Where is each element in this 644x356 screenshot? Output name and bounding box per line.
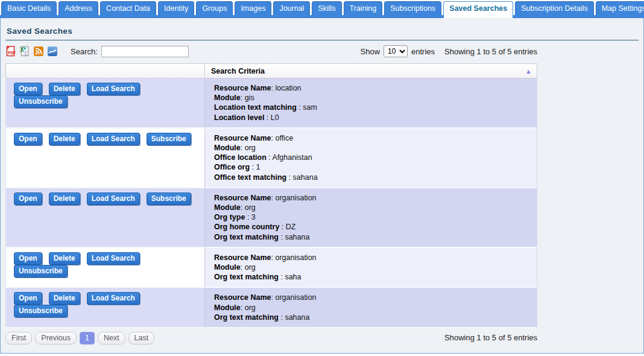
criteria-line: Org text matching : saha (214, 272, 531, 282)
row-actions-cell: OpenDeleteLoad SearchUnsubscribe (5, 78, 204, 129)
row-actions-cell: OpenDeleteLoad SearchSubscribe (5, 129, 204, 188)
row-actions-cell: OpenDeleteLoad SearchUnsubscribe (5, 288, 204, 328)
tab-bar: Basic DetailsAddressContact DataIdentity… (0, 0, 644, 15)
criteria-line: Location level : L0 (214, 113, 531, 122)
criteria-line: Org type : 3 (214, 212, 531, 222)
criteria-line: Org home country : DZ (214, 222, 531, 232)
row-actions-cell: OpenDeleteLoad SearchSubscribe (5, 188, 204, 248)
open-button[interactable]: Open (14, 252, 42, 265)
saved-searches-panel: Saved Searches PDF X (0, 18, 644, 354)
page-length-select[interactable]: 10 (384, 45, 408, 57)
rss-feed-icon[interactable] (33, 46, 44, 57)
criteria-line: Resource Name: organisation (214, 193, 531, 203)
delete-button[interactable]: Delete (49, 192, 80, 205)
open-button[interactable]: Open (14, 292, 42, 305)
criteria-line: Org text matching : sahana (214, 313, 531, 322)
criteria-column-header[interactable]: Search Criteria ▲ (204, 63, 537, 78)
current-page-button[interactable]: 1 (80, 332, 95, 345)
pagination: First Previous 1 Next Last (5, 332, 154, 345)
table-body: OpenDeleteLoad SearchUnsubscribeResource… (5, 78, 537, 328)
entries-label: entries (411, 47, 435, 56)
table-footer: First Previous 1 Next Last Showing 1 to … (5, 332, 537, 345)
subscribe-button[interactable]: Subscribe (147, 133, 191, 145)
tab-subscription-details[interactable]: Subscription Details (515, 1, 593, 15)
tab-groups[interactable]: Groups (196, 1, 233, 15)
row-criteria-cell: Resource Name: organisationModule: orgOr… (204, 248, 537, 288)
row-actions-cell: OpenDeleteLoad SearchUnsubscribe (5, 248, 204, 288)
showing-entries-text-top: Showing 1 to 5 of 5 entries (444, 47, 537, 56)
showing-entries-text-bottom: Showing 1 to 5 of 5 entries (444, 333, 537, 342)
chart-export-icon[interactable] (47, 46, 58, 57)
criteria-line: Org text matching : sahana (214, 232, 531, 242)
load-search-button[interactable]: Load Search (87, 83, 140, 95)
load-search-button[interactable]: Load Search (87, 133, 140, 145)
delete-button[interactable]: Delete (49, 83, 80, 95)
tab-saved-searches[interactable]: Saved Searches (443, 1, 513, 15)
row-criteria-cell: Resource Name: organisationModule: orgOr… (204, 188, 537, 248)
xls-export-icon[interactable]: X (19, 46, 30, 57)
criteria-line: Resource Name: organisation (214, 293, 531, 302)
next-page-button[interactable]: Next (98, 332, 125, 345)
tab-images[interactable]: Images (235, 1, 271, 15)
criteria-line: Module: org (214, 262, 531, 272)
row-criteria-cell: Resource Name: organisationModule: orgOr… (204, 288, 537, 328)
criteria-line: Module: gis (214, 93, 531, 103)
open-button[interactable]: Open (14, 83, 42, 95)
sort-ascending-icon: ▲ (525, 68, 532, 75)
row-criteria-cell: Resource Name: locationModule: gisLocati… (204, 78, 537, 129)
tab-address[interactable]: Address (58, 1, 98, 15)
first-page-button[interactable]: First (5, 332, 32, 345)
criteria-line: Module: org (214, 303, 531, 313)
table-header-row: Search Criteria ▲ (5, 63, 537, 78)
criteria-line: Office text matching : sahana (214, 173, 531, 182)
table-row: OpenDeleteLoad SearchUnsubscribeResource… (5, 248, 537, 288)
unsubscribe-button[interactable]: Unsubscribe (14, 305, 68, 317)
tab-contact-data[interactable]: Contact Data (100, 1, 156, 15)
criteria-header-label: Search Criteria (211, 67, 265, 75)
unsubscribe-button[interactable]: Unsubscribe (14, 95, 68, 108)
table-row: OpenDeleteLoad SearchSubscribeResource N… (5, 188, 537, 248)
tab-skills[interactable]: Skills (312, 1, 341, 15)
tab-identity[interactable]: Identity (158, 1, 194, 15)
load-search-button[interactable]: Load Search (87, 252, 140, 265)
row-criteria-cell: Resource Name: officeModule: orgOffice l… (204, 129, 537, 188)
load-search-button[interactable]: Load Search (87, 192, 140, 205)
svg-text:X: X (20, 46, 24, 53)
previous-page-button[interactable]: Previous (35, 332, 77, 345)
tab-basic-details[interactable]: Basic Details (1, 1, 57, 15)
table-row: OpenDeleteLoad SearchUnsubscribeResource… (5, 78, 537, 129)
table-row: OpenDeleteLoad SearchSubscribeResource N… (5, 129, 537, 188)
tab-subscriptions[interactable]: Subscriptions (384, 1, 441, 15)
last-page-button[interactable]: Last (128, 332, 155, 345)
page-title: Saved Searches (7, 27, 639, 36)
criteria-line: Office org : 1 (214, 162, 531, 172)
saved-searches-table: Search Criteria ▲ OpenDeleteLoad SearchU… (5, 63, 537, 328)
load-search-button[interactable]: Load Search (87, 292, 140, 305)
show-entries-label: Show (361, 47, 380, 56)
open-button[interactable]: Open (14, 192, 42, 205)
tab-underline-bar (0, 15, 644, 18)
delete-button[interactable]: Delete (49, 292, 80, 305)
criteria-line: Resource Name: organisation (214, 253, 531, 262)
unsubscribe-button[interactable]: Unsubscribe (14, 265, 68, 278)
tab-map-settings[interactable]: Map Settings (596, 1, 644, 15)
criteria-line: Location text matching : sam (214, 103, 531, 112)
criteria-line: Resource Name: office (214, 133, 531, 143)
delete-button[interactable]: Delete (49, 133, 80, 145)
criteria-line: Resource Name: location (214, 83, 531, 93)
tab-training[interactable]: Training (344, 1, 383, 15)
search-label: Search: (71, 47, 98, 56)
open-button[interactable]: Open (14, 133, 42, 145)
criteria-line: Module: org (214, 143, 531, 153)
actions-column-header (5, 63, 204, 78)
pdf-export-icon[interactable]: PDF (5, 46, 16, 57)
subscribe-button[interactable]: Subscribe (147, 192, 191, 205)
delete-button[interactable]: Delete (49, 252, 80, 265)
title-block: Saved Searches (5, 27, 639, 40)
search-input[interactable] (101, 46, 189, 57)
criteria-line: Module: org (214, 203, 531, 212)
tab-journal[interactable]: Journal (273, 1, 310, 15)
criteria-line: Office location : Afghanistan (214, 153, 531, 162)
table-row: OpenDeleteLoad SearchUnsubscribeResource… (5, 288, 537, 328)
svg-text:PDF: PDF (8, 51, 16, 55)
